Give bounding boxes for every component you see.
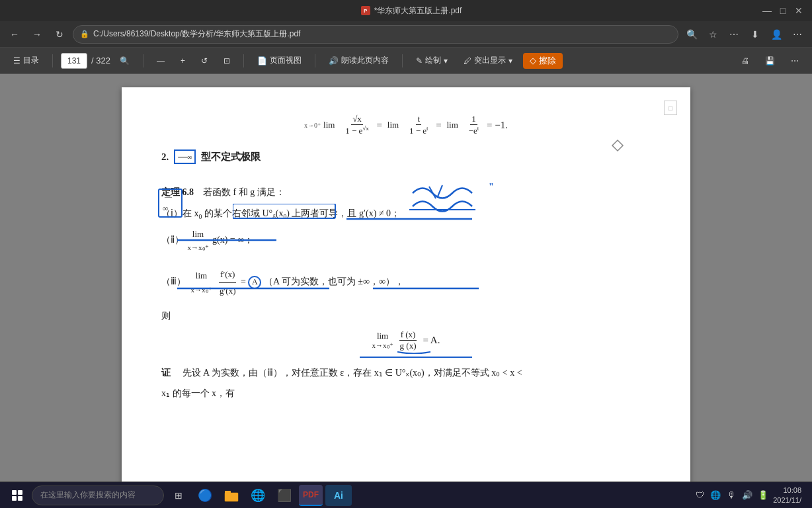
fit-page-button[interactable]: ⊡ <box>218 52 235 69</box>
theorem-header: 定理 6.8 若函数 f 和 g 满足： <box>161 184 651 200</box>
proof-line-2: x₁ 的每一个 x，有 <box>161 385 651 402</box>
lock-icon: 🔒 <box>80 30 89 38</box>
menu-icon: ☰ <box>13 56 20 65</box>
print-button[interactable]: 🖨 <box>736 52 754 69</box>
browser-toolbar: ← → ↻ 🔒 C:/Users/86139/Desktop/数学分析/华东师大… <box>0 21 812 48</box>
time: 10:08 <box>773 486 801 495</box>
taskbar-file-explorer[interactable] <box>220 485 243 506</box>
section-title-text: 型不定式极限 <box>201 151 261 163</box>
pdf-icon: P <box>361 6 370 15</box>
condition-i: （ⅰ）在 x0 的某个右邻域 U°δ(x0) 上两者可导，且 g′(x) ≠ 0… <box>161 205 651 222</box>
window-controls: — □ ✕ <box>762 5 804 16</box>
clock: 10:08 2021/11/ <box>773 486 801 505</box>
title-bar-center: P *华东师大第五版上册.pdf <box>361 5 462 17</box>
title-bar: P *华东师大第五版上册.pdf — □ ✕ <box>0 0 812 21</box>
back-button[interactable]: ← <box>5 25 24 44</box>
pdf-toolbar: ☰ 目录 / 322 🔍 — + ↺ ⊡ 📄 页面视图 🔊 朗读此页内容 ✎ 绘… <box>0 48 812 74</box>
minimize-button[interactable]: — <box>762 5 772 16</box>
windows-icon <box>12 490 22 501</box>
taskbar-search[interactable]: 在这里输入你要搜索的内容 <box>32 486 164 505</box>
forward-button[interactable]: → <box>28 25 46 44</box>
taskbar-store[interactable]: ⬛ <box>272 485 296 506</box>
zoom-out-button[interactable]: — <box>151 52 170 69</box>
browser-settings-icon[interactable]: ⋯ <box>725 25 743 44</box>
browser-account-icon[interactable]: 👤 <box>767 25 786 44</box>
tray-network-icon[interactable]: 🌐 <box>710 489 721 501</box>
proof-line-1: 先设 A 为实数，由（ⅲ），对任意正数 ε，存在 x₁ ∈ U°ₓ(x₀)，对满… <box>183 368 522 378</box>
erase-icon: ◇ <box>530 56 536 65</box>
erase-button[interactable]: ◇ 擦除 <box>523 53 563 69</box>
page-number-box: □ <box>664 101 677 115</box>
svg-rect-15 <box>225 491 231 494</box>
theorem-text-content: 若函数 f 和 g 满足： <box>203 187 285 197</box>
highlight-label: 突出显示 <box>474 55 506 66</box>
close-button[interactable]: ✕ <box>793 5 804 16</box>
section-2-title: 2. — ∞ 型不定式极限 " <box>161 149 651 164</box>
page-view-label: 页面视图 <box>270 55 302 66</box>
browser-download-icon[interactable]: ⬇ <box>746 25 764 44</box>
taskbar-edge[interactable]: 🌐 <box>246 485 270 506</box>
read-aloud-button[interactable]: 🔊 朗读此页内容 <box>323 52 394 69</box>
tray-shield-icon[interactable]: 🛡 <box>694 489 706 501</box>
system-tray: 🛡 🌐 🎙 🔊 🔋 10:08 2021/11/ <box>688 486 807 505</box>
pdf-page-group: / 322 🔍 <box>61 52 135 69</box>
pdf-content: □ x→0⁺ lim √x 1 − e√x = lim t 1 − et <box>0 74 812 482</box>
draw-button[interactable]: ✎ 绘制 ▾ <box>411 52 453 69</box>
browser-search-icon[interactable]: 🔍 <box>682 25 701 44</box>
conclusion-formula: lim x→x₀⁺ f (x) g (x) = A. <box>161 329 651 351</box>
tray-speaker-icon[interactable]: 🔊 <box>741 489 753 501</box>
rotate-button[interactable]: ↺ <box>196 52 213 69</box>
condition-iii: （ⅲ） lim x→x₀⁺ f′(x) g′(x) = A （A 可为实数，也可… <box>161 267 651 298</box>
read-label: 朗读此页内容 <box>341 55 389 66</box>
divider-5 <box>402 54 403 67</box>
erase-label: 擦除 <box>539 55 556 67</box>
pdf-menu-button[interactable]: ☰ 目录 <box>8 52 44 69</box>
more-button[interactable]: ⋯ <box>786 52 804 69</box>
divider-2 <box>143 54 143 67</box>
draw-icon: ✎ <box>416 56 423 65</box>
taskbar-pdf-app[interactable]: PDF <box>299 485 323 506</box>
taskbar-ai-button[interactable]: Ai <box>325 485 352 506</box>
draw-chevron: ▾ <box>444 56 448 65</box>
divider-1 <box>52 54 53 67</box>
taskbar-app-cortana[interactable]: 🔵 <box>193 485 217 506</box>
highlight-icon: 🖊 <box>464 56 471 65</box>
highlight-button[interactable]: 🖊 突出显示 ▾ <box>458 52 518 69</box>
search-placeholder: 在这里输入你要搜索的内容 <box>40 489 136 501</box>
maximize-button[interactable]: □ <box>778 5 788 16</box>
browser-toolbar-icons: 🔍 ☆ ⋯ ⬇ 👤 ⋯ <box>682 25 807 44</box>
save-button[interactable]: 💾 <box>760 52 780 69</box>
tray-mic-icon[interactable]: 🎙 <box>725 489 737 501</box>
tray-battery-icon[interactable]: 🔋 <box>757 489 769 501</box>
refresh-button[interactable]: ↻ <box>50 25 69 44</box>
address-bar[interactable]: 🔒 C:/Users/86139/Desktop/数学分析/华东师大第五版上册.… <box>73 25 678 44</box>
ai-label: Ai <box>334 490 343 501</box>
address-text: C:/Users/86139/Desktop/数学分析/华东师大第五版上册.pd… <box>93 28 300 40</box>
draw-label: 绘制 <box>425 55 441 66</box>
pdf-page: □ x→0⁺ lim √x 1 − e√x = lim t 1 − et <box>122 87 690 482</box>
task-view-button[interactable]: ⊞ <box>167 485 190 506</box>
ze-text: 则 <box>161 311 171 321</box>
total-pages: / 322 <box>91 56 110 65</box>
page-view-button[interactable]: 📄 页面视图 <box>252 52 307 69</box>
window-title: *华东师大第五版上册.pdf <box>374 5 462 17</box>
zoom-in-button[interactable]: + <box>175 52 190 69</box>
condition-ii: （ⅱ） lim x→x₀⁺ g(x) = ∞； <box>161 226 651 255</box>
read-icon: 🔊 <box>329 56 339 65</box>
top-formula: x→0⁺ lim √x 1 − e√x = lim t 1 − et = lim <box>161 114 651 136</box>
proof-section: 证 先设 A 为实数，由（ⅲ），对任意正数 ε，存在 x₁ ∈ U°ₓ(x₀)，… <box>161 364 651 381</box>
taskbar: 在这里输入你要搜索的内容 ⊞ 🔵 🌐 ⬛ PDF Ai 🛡 🌐 🎙 🔊 🔋 10… <box>0 482 812 508</box>
pdf-menu-group: ☰ 目录 <box>8 52 44 69</box>
divider-3 <box>243 54 244 67</box>
page-number-input[interactable] <box>61 53 87 69</box>
date: 2021/11/ <box>773 495 801 505</box>
browser-menu-icon[interactable]: ⋯ <box>788 25 807 44</box>
search-pdf-button[interactable]: 🔍 <box>114 52 135 69</box>
proof-text-2: x₁ 的每一个 x，有 <box>161 388 235 398</box>
highlight-chevron: ▾ <box>508 56 512 65</box>
menu-label: 目录 <box>23 55 39 66</box>
theorem-label: 定理 6.8 <box>161 187 194 197</box>
start-button[interactable] <box>5 485 29 506</box>
proof-label: 证 <box>161 368 171 378</box>
browser-fav-icon[interactable]: ☆ <box>704 25 722 44</box>
